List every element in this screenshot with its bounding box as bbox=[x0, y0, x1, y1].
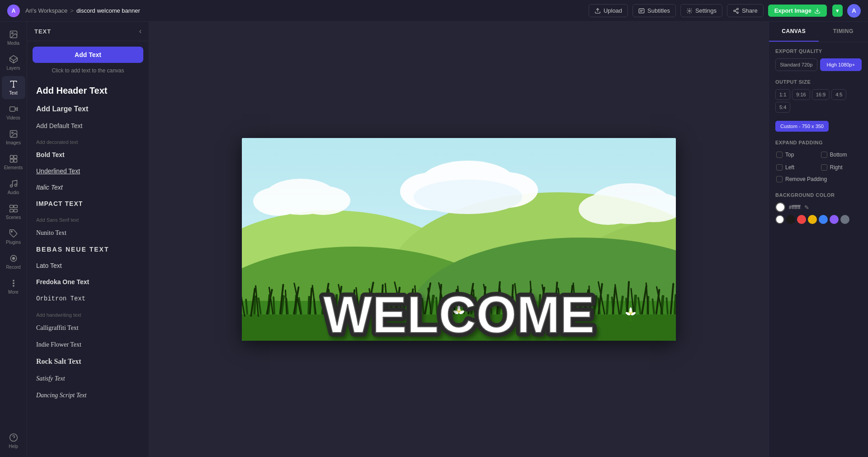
sidebar-item-help[interactable]: Help bbox=[2, 429, 25, 452]
sidebar-item-more[interactable]: More bbox=[2, 275, 25, 298]
svg-rect-18 bbox=[10, 159, 13, 162]
padding-left-item[interactable]: Left bbox=[775, 162, 817, 172]
size-1-1-button[interactable]: 1:1 bbox=[775, 89, 790, 100]
size-5-4-button[interactable]: 5:4 bbox=[775, 102, 790, 113]
rock-text-option[interactable]: Rock Salt Text bbox=[33, 353, 143, 370]
padding-top-item[interactable]: Top bbox=[775, 150, 817, 160]
sidebar-item-audio[interactable]: Audio bbox=[2, 176, 25, 199]
padding-bottom-label: Bottom bbox=[830, 152, 847, 158]
add-default-text-option[interactable]: Add Default Text bbox=[33, 118, 143, 134]
quality-high-button[interactable]: High 1080p+ bbox=[820, 58, 862, 71]
italic-text-option[interactable]: Italic Text bbox=[33, 179, 143, 195]
add-header-text-option[interactable]: Add Header Text bbox=[33, 81, 143, 100]
svg-rect-17 bbox=[14, 156, 17, 159]
swatch-white[interactable] bbox=[775, 215, 784, 224]
underlined-text-option[interactable]: Underlined Text bbox=[33, 163, 143, 179]
satisfy-text-option[interactable]: Satisfy Text bbox=[33, 370, 143, 387]
export-quality-label: EXPORT QUALITY bbox=[775, 48, 862, 54]
tab-timing[interactable]: TIMING bbox=[819, 22, 868, 42]
svg-point-20 bbox=[10, 185, 12, 187]
orbitron-text-option[interactable]: Orbitron Text bbox=[33, 290, 143, 307]
right-panel-tabs: CANVAS TIMING bbox=[769, 22, 868, 42]
calli-text-option[interactable]: Calligraffiti Text bbox=[33, 319, 143, 336]
size-9-16-button[interactable]: 9:16 bbox=[792, 89, 810, 100]
share-button[interactable]: Share bbox=[727, 4, 764, 17]
svg-point-6 bbox=[734, 10, 736, 12]
add-large-text-option[interactable]: Add Large Text bbox=[33, 100, 143, 118]
topbar-actions: Upload Subtitles Settings Share Export I… bbox=[589, 4, 861, 18]
bebas-text-option[interactable]: BEBAS NEUE TEXT bbox=[33, 241, 143, 257]
collapse-panel-button[interactable]: ‹ bbox=[139, 27, 142, 35]
indie-text-option[interactable]: Indie Flower Text bbox=[33, 336, 143, 353]
svg-point-7 bbox=[737, 12, 739, 14]
text-panel-header: TEXT ‹ bbox=[27, 22, 149, 41]
dancing-text-option[interactable]: Dancing Script Text bbox=[33, 387, 143, 404]
workspace-link[interactable]: Ari's Workspace bbox=[25, 7, 67, 14]
swatch-blue[interactable] bbox=[819, 215, 828, 224]
user-avatar[interactable]: A bbox=[847, 4, 861, 18]
quality-standard-button[interactable]: Standard 720p bbox=[775, 58, 817, 71]
custom-size-button[interactable]: Custom - 750 x 350 bbox=[775, 121, 829, 132]
fredoka-text-option[interactable]: Fredoka One Text bbox=[33, 274, 143, 290]
text-panel-title: TEXT bbox=[34, 28, 51, 35]
settings-button[interactable]: Settings bbox=[680, 4, 722, 17]
remove-padding-item[interactable]: Remove Padding bbox=[775, 174, 862, 184]
handwriting-section-label: Add handwriting text bbox=[36, 312, 143, 318]
bold-text-option[interactable]: Bold Text bbox=[33, 147, 143, 163]
remove-padding-checkbox[interactable] bbox=[776, 176, 783, 182]
app-logo: A bbox=[7, 5, 20, 17]
padding-right-checkbox[interactable] bbox=[821, 164, 827, 171]
sidebar-item-scenes[interactable]: Scenes bbox=[2, 200, 25, 224]
padding-top-checkbox[interactable] bbox=[776, 152, 783, 158]
svg-rect-23 bbox=[14, 205, 17, 208]
padding-section: Top Bottom Left Right bbox=[775, 150, 862, 184]
svg-rect-22 bbox=[9, 205, 13, 208]
impact-text-option[interactable]: Impact Text bbox=[33, 195, 143, 212]
padding-bottom-checkbox[interactable] bbox=[821, 152, 827, 158]
swatch-yellow[interactable] bbox=[808, 215, 817, 224]
export-dropdown-button[interactable]: ▾ bbox=[832, 5, 843, 17]
bg-color-picker[interactable] bbox=[775, 202, 785, 212]
decorated-section-label: Add decorated text bbox=[36, 139, 143, 145]
svg-point-30 bbox=[13, 283, 14, 284]
size-4-5-button[interactable]: 4:5 bbox=[831, 89, 846, 100]
lato-text-option[interactable]: Lato Text bbox=[33, 257, 143, 274]
upload-button[interactable]: Upload bbox=[589, 4, 628, 17]
sidebar-item-media[interactable]: Media bbox=[2, 26, 25, 49]
swatch-red[interactable] bbox=[797, 215, 806, 224]
add-text-button[interactable]: Add Text bbox=[33, 47, 143, 63]
swatch-purple[interactable] bbox=[830, 215, 839, 224]
padding-bottom-item[interactable]: Bottom bbox=[820, 150, 862, 160]
padding-right-item[interactable]: Right bbox=[820, 162, 862, 172]
swatch-black[interactable] bbox=[786, 215, 795, 224]
padding-left-checkbox[interactable] bbox=[776, 164, 783, 171]
sidebar-item-elements[interactable]: Elements bbox=[2, 151, 25, 174]
color-swatches bbox=[775, 215, 862, 224]
svg-rect-24 bbox=[9, 209, 13, 212]
sidebar-item-record[interactable]: Record bbox=[2, 250, 25, 273]
svg-rect-197 bbox=[630, 314, 632, 321]
bg-color-label: BACKGROUND COLOR bbox=[775, 192, 862, 198]
expand-padding-label: EXPAND PADDING bbox=[775, 140, 862, 145]
canvas-wrapper[interactable]: WELCOME WELCOME bbox=[242, 138, 676, 341]
subtitles-button[interactable]: Subtitles bbox=[632, 4, 676, 17]
svg-text:WELCOME: WELCOME bbox=[323, 286, 595, 341]
sidebar-item-images[interactable]: Images bbox=[2, 126, 25, 149]
sidebar-item-layers[interactable]: Layers bbox=[2, 51, 25, 74]
swatch-gray[interactable] bbox=[840, 215, 849, 224]
sidebar-item-plugins[interactable]: Plugins bbox=[2, 225, 25, 248]
quality-buttons: Standard 720p High 1080p+ bbox=[775, 58, 862, 71]
export-image-button[interactable]: Export Image bbox=[768, 5, 827, 17]
svg-point-202 bbox=[630, 308, 632, 313]
sidebar-item-text[interactable]: Text bbox=[2, 76, 25, 99]
sidebar-item-videos[interactable]: Videos bbox=[2, 101, 25, 124]
svg-point-32 bbox=[9, 434, 17, 442]
svg-point-12 bbox=[11, 33, 13, 34]
edit-color-icon[interactable]: ✎ bbox=[804, 204, 809, 211]
output-size-label: OUTPUT SIZE bbox=[775, 79, 862, 85]
canvas-image: WELCOME WELCOME bbox=[242, 138, 676, 341]
project-name: discord welcome banner bbox=[76, 7, 140, 14]
tab-canvas[interactable]: CANVAS bbox=[769, 22, 819, 42]
nunito-text-option[interactable]: Nunito Text bbox=[33, 224, 143, 241]
size-16-9-button[interactable]: 16:9 bbox=[812, 89, 830, 100]
